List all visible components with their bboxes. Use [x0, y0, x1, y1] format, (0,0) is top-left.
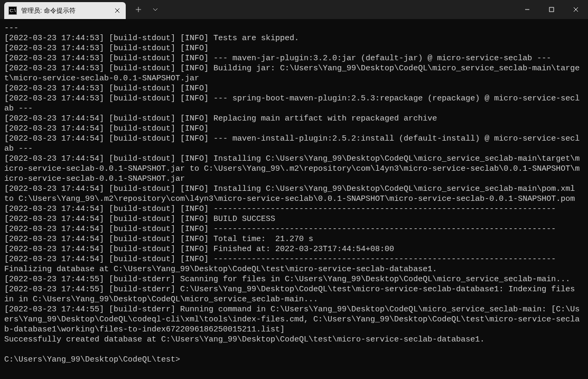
tab-dropdown-button[interactable] — [147, 1, 164, 18]
prompt-text: C:\Users\Yang_99\Desktop\CodeQL\test> — [4, 355, 180, 365]
svg-rect-0 — [549, 7, 554, 12]
maximize-button[interactable] — [539, 0, 564, 19]
tab-close-button[interactable] — [113, 6, 122, 15]
close-button[interactable] — [564, 0, 588, 19]
terminal-output[interactable]: --- [2022-03-23 17:44:53] [build-stdout]… — [0, 19, 588, 379]
tab-title: 管理员: 命令提示符 — [21, 6, 113, 15]
minimize-button[interactable] — [515, 0, 539, 19]
new-tab-button[interactable] — [130, 1, 147, 18]
title-bar: C:\ 管理员: 命令提示符 — [0, 0, 588, 19]
terminal-prompt[interactable]: C:\Users\Yang_99\Desktop\CodeQL\test> — [4, 355, 584, 365]
cmd-icon: C:\ — [8, 6, 17, 15]
active-tab[interactable]: C:\ 管理员: 命令提示符 — [4, 2, 126, 19]
window-controls — [515, 0, 588, 19]
terminal-blank-line — [4, 345, 584, 355]
